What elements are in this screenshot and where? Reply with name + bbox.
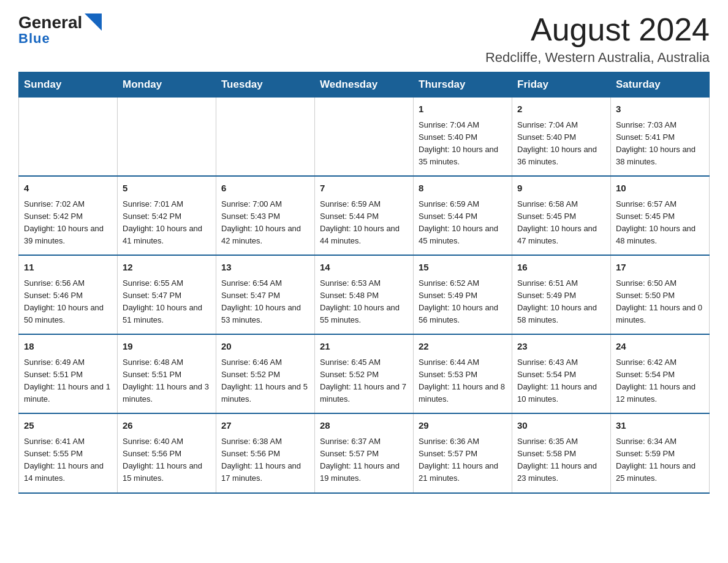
calendar-day-cell: 30Sunrise: 6:35 AMSunset: 5:58 PMDayligh…	[512, 413, 611, 492]
calendar-day-cell: 16Sunrise: 6:51 AMSunset: 5:49 PMDayligh…	[512, 255, 611, 334]
day-number: 22	[419, 340, 507, 354]
location: Redcliffe, Western Australia, Australia	[485, 50, 710, 66]
weekday-header-friday: Friday	[512, 72, 611, 98]
day-info: Sunrise: 6:36 AMSunset: 5:57 PMDaylight:…	[419, 435, 507, 485]
day-info: Sunrise: 6:46 AMSunset: 5:52 PMDaylight:…	[221, 356, 309, 406]
calendar-day-cell: 25Sunrise: 6:41 AMSunset: 5:55 PMDayligh…	[19, 413, 118, 492]
day-number: 26	[123, 419, 211, 433]
day-info: Sunrise: 6:42 AMSunset: 5:54 PMDaylight:…	[616, 356, 704, 406]
day-number: 28	[320, 419, 408, 433]
calendar-day-cell: 3Sunrise: 7:03 AMSunset: 5:41 PMDaylight…	[611, 98, 710, 177]
day-number: 14	[320, 261, 408, 275]
calendar-day-cell: 29Sunrise: 6:36 AMSunset: 5:57 PMDayligh…	[414, 413, 512, 492]
calendar-day-cell: 19Sunrise: 6:48 AMSunset: 5:51 PMDayligh…	[118, 334, 216, 413]
day-number: 2	[517, 102, 605, 117]
day-number: 17	[616, 261, 704, 275]
calendar-table: SundayMondayTuesdayWednesdayThursdayFrid…	[18, 72, 710, 493]
day-info: Sunrise: 6:35 AMSunset: 5:58 PMDaylight:…	[517, 435, 605, 485]
day-number: 1	[419, 102, 507, 117]
day-number: 21	[320, 340, 408, 354]
day-info: Sunrise: 6:49 AMSunset: 5:51 PMDaylight:…	[24, 356, 112, 406]
calendar-day-cell: 22Sunrise: 6:44 AMSunset: 5:53 PMDayligh…	[414, 334, 512, 413]
month-title: August 2024	[485, 12, 710, 47]
weekday-header-wednesday: Wednesday	[315, 72, 414, 98]
calendar-day-cell: 2Sunrise: 7:04 AMSunset: 5:40 PMDaylight…	[512, 98, 611, 177]
calendar-day-cell: 18Sunrise: 6:49 AMSunset: 5:51 PMDayligh…	[19, 334, 118, 413]
calendar-day-cell: 7Sunrise: 6:59 AMSunset: 5:44 PMDaylight…	[315, 176, 414, 255]
calendar-day-cell: 27Sunrise: 6:38 AMSunset: 5:56 PMDayligh…	[216, 413, 315, 492]
calendar-day-cell: 21Sunrise: 6:45 AMSunset: 5:52 PMDayligh…	[315, 334, 414, 413]
calendar-day-cell: 31Sunrise: 6:34 AMSunset: 5:59 PMDayligh…	[611, 413, 710, 492]
day-info: Sunrise: 6:53 AMSunset: 5:48 PMDaylight:…	[320, 277, 408, 327]
logo-general: General	[18, 14, 82, 31]
calendar-day-cell: 9Sunrise: 6:58 AMSunset: 5:45 PMDaylight…	[512, 176, 611, 255]
calendar-week-row: 1Sunrise: 7:04 AMSunset: 5:40 PMDaylight…	[19, 98, 710, 177]
calendar-day-cell: 8Sunrise: 6:59 AMSunset: 5:44 PMDaylight…	[414, 176, 512, 255]
day-number: 8	[419, 182, 507, 196]
day-info: Sunrise: 6:34 AMSunset: 5:59 PMDaylight:…	[616, 435, 704, 485]
day-info: Sunrise: 6:43 AMSunset: 5:54 PMDaylight:…	[517, 356, 605, 406]
calendar-day-cell: 5Sunrise: 7:01 AMSunset: 5:42 PMDaylight…	[118, 176, 216, 255]
day-info: Sunrise: 6:40 AMSunset: 5:56 PMDaylight:…	[123, 435, 211, 485]
day-info: Sunrise: 6:54 AMSunset: 5:47 PMDaylight:…	[221, 277, 309, 327]
day-info: Sunrise: 6:41 AMSunset: 5:55 PMDaylight:…	[24, 435, 112, 485]
day-number: 18	[24, 340, 112, 354]
day-number: 29	[419, 419, 507, 433]
logo-blue: Blue	[18, 31, 50, 46]
day-number: 19	[123, 340, 211, 354]
day-number: 30	[517, 419, 605, 433]
day-info: Sunrise: 7:00 AMSunset: 5:43 PMDaylight:…	[221, 198, 309, 248]
day-info: Sunrise: 6:52 AMSunset: 5:49 PMDaylight:…	[419, 277, 507, 327]
calendar-week-row: 11Sunrise: 6:56 AMSunset: 5:46 PMDayligh…	[19, 255, 710, 334]
calendar-day-cell: 14Sunrise: 6:53 AMSunset: 5:48 PMDayligh…	[315, 255, 414, 334]
day-number: 10	[616, 182, 704, 196]
day-number: 16	[517, 261, 605, 275]
calendar-day-cell: 1Sunrise: 7:04 AMSunset: 5:40 PMDaylight…	[414, 98, 512, 177]
logo: General Blue	[18, 12, 102, 47]
calendar-day-cell: 23Sunrise: 6:43 AMSunset: 5:54 PMDayligh…	[512, 334, 611, 413]
calendar-day-cell: 28Sunrise: 6:37 AMSunset: 5:57 PMDayligh…	[315, 413, 414, 492]
page-header: General Blue August 2024 Redcliffe, West…	[18, 12, 710, 66]
day-number: 9	[517, 182, 605, 196]
calendar-day-cell: 6Sunrise: 7:00 AMSunset: 5:43 PMDaylight…	[216, 176, 315, 255]
day-number: 31	[616, 419, 704, 433]
day-info: Sunrise: 6:50 AMSunset: 5:50 PMDaylight:…	[616, 277, 704, 327]
calendar-day-cell: 13Sunrise: 6:54 AMSunset: 5:47 PMDayligh…	[216, 255, 315, 334]
calendar-day-cell: 17Sunrise: 6:50 AMSunset: 5:50 PMDayligh…	[611, 255, 710, 334]
weekday-header-sunday: Sunday	[19, 72, 118, 98]
calendar-week-row: 4Sunrise: 7:02 AMSunset: 5:42 PMDaylight…	[19, 176, 710, 255]
day-info: Sunrise: 7:03 AMSunset: 5:41 PMDaylight:…	[616, 119, 704, 169]
day-number: 25	[24, 419, 112, 433]
day-number: 15	[419, 261, 507, 275]
day-info: Sunrise: 6:56 AMSunset: 5:46 PMDaylight:…	[24, 277, 112, 327]
day-info: Sunrise: 7:01 AMSunset: 5:42 PMDaylight:…	[123, 198, 211, 248]
day-info: Sunrise: 7:04 AMSunset: 5:40 PMDaylight:…	[517, 119, 605, 169]
calendar-day-cell: 4Sunrise: 7:02 AMSunset: 5:42 PMDaylight…	[19, 176, 118, 255]
calendar-week-row: 18Sunrise: 6:49 AMSunset: 5:51 PMDayligh…	[19, 334, 710, 413]
calendar-week-row: 25Sunrise: 6:41 AMSunset: 5:55 PMDayligh…	[19, 413, 710, 492]
calendar-day-cell: 24Sunrise: 6:42 AMSunset: 5:54 PMDayligh…	[611, 334, 710, 413]
calendar-day-cell	[216, 98, 315, 177]
calendar-day-cell	[19, 98, 118, 177]
day-info: Sunrise: 7:02 AMSunset: 5:42 PMDaylight:…	[24, 198, 112, 248]
day-number: 20	[221, 340, 309, 354]
weekday-header-monday: Monday	[118, 72, 216, 98]
calendar-day-cell	[315, 98, 414, 177]
calendar-day-cell: 11Sunrise: 6:56 AMSunset: 5:46 PMDayligh…	[19, 255, 118, 334]
day-info: Sunrise: 6:51 AMSunset: 5:49 PMDaylight:…	[517, 277, 605, 327]
day-info: Sunrise: 6:45 AMSunset: 5:52 PMDaylight:…	[320, 356, 408, 406]
day-number: 6	[221, 182, 309, 196]
day-number: 24	[616, 340, 704, 354]
day-number: 23	[517, 340, 605, 354]
weekday-header-thursday: Thursday	[414, 72, 512, 98]
day-number: 7	[320, 182, 408, 196]
calendar-day-cell: 20Sunrise: 6:46 AMSunset: 5:52 PMDayligh…	[216, 334, 315, 413]
day-info: Sunrise: 6:37 AMSunset: 5:57 PMDaylight:…	[320, 435, 408, 485]
weekday-header-saturday: Saturday	[611, 72, 710, 98]
day-info: Sunrise: 7:04 AMSunset: 5:40 PMDaylight:…	[419, 119, 507, 169]
day-info: Sunrise: 6:48 AMSunset: 5:51 PMDaylight:…	[123, 356, 211, 406]
day-number: 12	[123, 261, 211, 275]
day-info: Sunrise: 6:59 AMSunset: 5:44 PMDaylight:…	[320, 198, 408, 248]
calendar-day-cell: 12Sunrise: 6:55 AMSunset: 5:47 PMDayligh…	[118, 255, 216, 334]
day-info: Sunrise: 6:38 AMSunset: 5:56 PMDaylight:…	[221, 435, 309, 485]
